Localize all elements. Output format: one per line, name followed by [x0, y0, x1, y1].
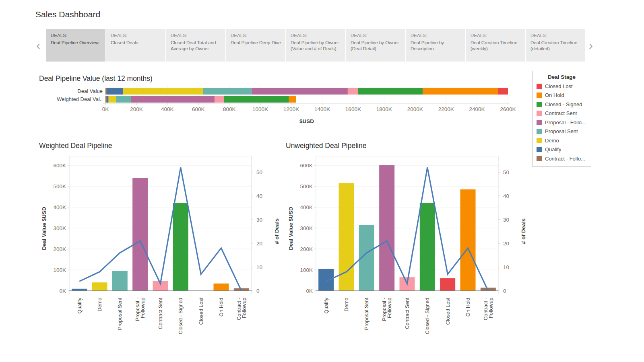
unweighted-chart-title: Unweighted Deal Pipeline: [286, 142, 366, 150]
deal-count-line[interactable]: [79, 167, 242, 291]
legend-item-closed-signed[interactable]: Closed - Signed: [533, 100, 591, 109]
x-tick-label: 1800K: [376, 106, 392, 112]
tab-label: Deal Pipeline by Owner (Value and # of D…: [291, 40, 341, 52]
y-left-tick-label: 200K: [53, 246, 66, 252]
unweighted-deal-pipeline-chart: Unweighted Deal Pipeline 0K100K200K300K4…: [284, 139, 530, 346]
segment-qualify[interactable]: [107, 96, 109, 103]
weighted-chart-title: Weighted Deal Pipeline: [39, 142, 112, 150]
tab-kicker: DEALS:: [351, 33, 401, 39]
segment-demo[interactable]: [123, 88, 203, 95]
x-tick-label: 400K: [161, 106, 174, 112]
x-tick-label: 0K: [102, 106, 109, 112]
tab-deal-pipeline-deep-dive[interactable]: DEALS: Deal Pipeline Deep Dive: [226, 29, 285, 62]
category-label: Followup: [241, 298, 247, 318]
category-label: Qualify: [76, 297, 83, 313]
category-label: Followup: [140, 298, 146, 318]
tab-scroll-left-icon[interactable]: ‹: [36, 39, 40, 52]
y-right-tick-label: 40: [503, 193, 509, 199]
tab-pipeline-by-owner-value[interactable]: DEALS: Deal Pipeline by Owner (Value and…: [286, 29, 345, 62]
y-left-tick-label: 0K: [59, 288, 66, 294]
bar-proposal-sent[interactable]: [112, 271, 128, 291]
category-label: Followup: [386, 298, 392, 318]
segment-proposal-sent[interactable]: [203, 88, 252, 95]
x-tick-label: 1400K: [314, 106, 330, 112]
bar-proposal-followup[interactable]: [132, 178, 148, 291]
legend-label: On Hold: [545, 92, 564, 98]
legend-item-demo[interactable]: Demo: [533, 136, 591, 145]
category-label: Closed Lost: [445, 298, 451, 325]
legend-item-proposal-followup[interactable]: Proposal - Follo...: [533, 118, 591, 127]
on-hold-swatch-icon: [537, 93, 542, 98]
segment-closed-signed[interactable]: [358, 88, 423, 95]
segment-contract-followup[interactable]: [105, 96, 107, 103]
bar-proposal-followup[interactable]: [379, 165, 394, 291]
tab-closed-deals[interactable]: DEALS: Closed Deals: [106, 29, 165, 62]
segment-contract-followup[interactable]: [105, 88, 107, 95]
bar-qualify[interactable]: [318, 269, 334, 291]
bar-closed-signed[interactable]: [173, 203, 188, 291]
legend-item-contract-followup[interactable]: Contract - Follo...: [533, 154, 591, 163]
x-tick-label: 200K: [130, 106, 143, 112]
legend-item-closed-lost[interactable]: Closed Lost: [533, 82, 591, 91]
stacked-chart-title: Deal Pipeline Value (last 12 months): [39, 74, 153, 83]
y-left-tick-label: 600K: [53, 162, 66, 169]
combo-chart-svg: 0K100K200K300K400K500K600K01020304050Qua…: [37, 152, 283, 345]
segment-proposal-sent[interactable]: [116, 96, 131, 103]
tab-creation-timeline-weekly[interactable]: DEALS: Deal Creation Timeline (weekly): [466, 29, 525, 62]
tab-pipeline-by-description[interactable]: DEALS: Deal Pipeline by Description: [406, 29, 465, 62]
bar-on-hold[interactable]: [214, 284, 229, 291]
tab-creation-timeline-detailed[interactable]: DEALS: Deal Creation Timeline (detailed): [526, 29, 585, 62]
y-right-tick-label: 10: [503, 264, 509, 270]
category-label: Proposal Sent: [117, 298, 123, 330]
segment-proposal-followup[interactable]: [252, 88, 347, 95]
bar-closed-lost[interactable]: [440, 278, 455, 291]
bar-qualify[interactable]: [72, 289, 87, 291]
tab-closed-deal-total-average[interactable]: DEALS: Closed Deal Total and Average by …: [166, 29, 225, 62]
tab-label: Deal Pipeline Deep Dive: [231, 40, 281, 46]
tab-label: Deal Creation Timeline (detailed): [530, 40, 581, 52]
legend-item-contract-sent[interactable]: Contract Sent: [533, 109, 591, 118]
y-right-tick-label: 50: [503, 169, 509, 175]
segment-closed-lost[interactable]: [498, 88, 508, 95]
deal-stage-legend: Deal Stage Closed Lost On Hold Closed - …: [532, 71, 591, 167]
segment-contract-sent[interactable]: [215, 96, 224, 103]
segment-qualify[interactable]: [107, 88, 123, 95]
tab-kicker: DEALS:: [51, 33, 101, 39]
legend-label: Closed Lost: [545, 83, 573, 89]
legend-title: Deal Stage: [533, 73, 591, 82]
legend-item-proposal-sent[interactable]: Proposal Sent: [533, 127, 591, 136]
y-right-tick-label: 0: [256, 288, 260, 294]
weighted-deal-pipeline-chart: Weighted Deal Pipeline 0K100K200K300K400…: [37, 139, 283, 346]
tab-scroll-right-icon[interactable]: ›: [589, 39, 593, 52]
category-label: Contract Sent: [404, 298, 410, 329]
category-label: On Hold: [465, 298, 471, 317]
y-left-tick-label: 400K: [300, 204, 313, 210]
segment-proposal-followup[interactable]: [131, 96, 215, 103]
bar-closed-signed[interactable]: [420, 203, 435, 291]
tab-label: Closed Deals: [111, 40, 161, 46]
y-right-axis-title: # of Deals: [274, 218, 280, 244]
closed-lost-swatch-icon: [537, 84, 542, 89]
category-label: Proposal Sent: [363, 298, 369, 330]
segment-closed-signed[interactable]: [224, 96, 289, 103]
deal-pipeline-value-chart: Deal ValueWeighted Deal Val..0K200K400K6…: [39, 84, 526, 129]
category-label: Qualify: [323, 297, 329, 313]
tab-deal-pipeline-overview[interactable]: DEALS: Deal Pipeline Overview: [46, 29, 105, 62]
y-right-axis-title: # of Deals: [520, 218, 526, 244]
x-axis-title: $USD: [299, 118, 314, 124]
segment-demo[interactable]: [109, 96, 116, 103]
tab-label: Closed Deal Total and Average by Owner: [171, 40, 221, 52]
segment-on-hold[interactable]: [423, 88, 498, 95]
legend-item-on-hold[interactable]: On Hold: [533, 91, 591, 100]
y-left-tick-label: 100K: [300, 267, 313, 273]
segment-on-hold[interactable]: [289, 96, 296, 103]
stacked-bar-svg: Deal ValueWeighted Deal Val..0K200K400K6…: [39, 84, 526, 129]
bar-demo[interactable]: [92, 282, 107, 291]
y-left-tick-label: 0K: [306, 288, 313, 294]
segment-contract-sent[interactable]: [348, 88, 358, 95]
page-title: Sales Dashboard: [35, 10, 100, 19]
category-label: Closed Lost: [198, 298, 204, 325]
tab-pipeline-by-owner-detail[interactable]: DEALS: Deal Pipeline by Owner (Deal Deta…: [346, 29, 405, 62]
bar-on-hold[interactable]: [460, 189, 476, 291]
legend-item-qualify[interactable]: Qualify: [533, 145, 591, 154]
